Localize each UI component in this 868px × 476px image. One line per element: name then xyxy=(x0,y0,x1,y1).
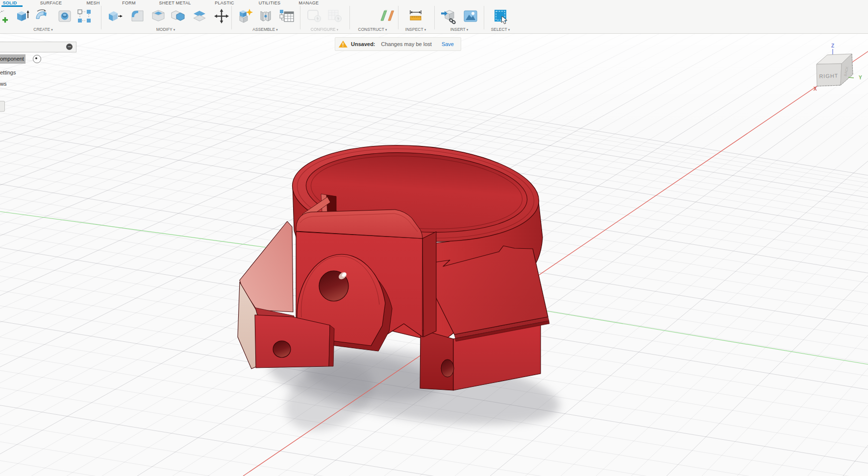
measure-icon[interactable] xyxy=(407,8,424,25)
collapse-browser-button[interactable]: – xyxy=(66,44,73,50)
unsaved-message: Changes may be lost xyxy=(381,41,432,47)
z-axis-label: Z xyxy=(831,43,834,48)
group-divider xyxy=(398,6,398,29)
new-component-icon[interactable] xyxy=(237,8,253,25)
svg-text:!: ! xyxy=(342,42,344,48)
warning-icon: ! xyxy=(338,40,348,48)
group-divider xyxy=(434,6,435,29)
y-axis-tick xyxy=(848,77,854,78)
viewcube-front-label[interactable]: RIGHT xyxy=(819,72,839,79)
hole-icon[interactable] xyxy=(56,8,73,25)
inspect-dropdown[interactable]: INSPECT▾ xyxy=(405,27,426,32)
insert-derive-icon[interactable] xyxy=(440,8,457,25)
construct-dropdown[interactable]: CONSTRUCT▾ xyxy=(358,27,387,32)
joint-icon[interactable] xyxy=(257,8,274,25)
visibility-eye-icon[interactable] xyxy=(33,55,41,63)
extrude-icon[interactable] xyxy=(14,8,30,25)
insert-dropdown[interactable]: INSERT▾ xyxy=(450,27,469,32)
combine-icon[interactable] xyxy=(170,8,186,25)
modify-dropdown[interactable]: MODIFY▾ xyxy=(156,27,175,32)
viewport-canvas[interactable]: RIGHT BACK Z Y X xyxy=(0,0,868,476)
rectangular-pattern-icon[interactable] xyxy=(76,8,93,25)
browser-item-named-views[interactable]: ws xyxy=(0,79,6,89)
move-icon[interactable] xyxy=(213,8,230,25)
insert-image-icon[interactable] xyxy=(462,8,479,25)
browser-item-partial[interactable] xyxy=(0,101,5,112)
unsaved-status-bar: ! Unsaved: Changes may be lost Save xyxy=(335,37,461,51)
y-axis-line-left xyxy=(0,212,266,247)
fusion360-window: RIGHT BACK Z Y X SOLID SURFACE MESH FORM… xyxy=(0,0,868,476)
tab-manage[interactable]: MANAGE xyxy=(299,0,319,6)
configuration-table-icon[interactable] xyxy=(326,8,343,25)
construction-plane-icon[interactable] xyxy=(379,8,396,25)
fillet-icon[interactable] xyxy=(129,8,146,25)
assemble-dropdown[interactable]: ASSEMBLE▾ xyxy=(252,27,277,32)
sketch-icon[interactable] xyxy=(0,8,12,25)
browser-item-component[interactable]: omponent xyxy=(0,54,25,64)
configure-dropdown[interactable]: CONFIGURE▾ xyxy=(311,27,339,32)
y-axis-line-right xyxy=(532,309,868,364)
revolve-icon[interactable] xyxy=(34,8,50,25)
tab-surface[interactable]: SURFACE xyxy=(40,0,62,6)
tab-sheet-metal[interactable]: SHEET METAL xyxy=(159,0,191,6)
configuration-icon[interactable] xyxy=(306,8,322,25)
tab-utilities[interactable]: UTILITIES xyxy=(259,0,281,6)
group-divider xyxy=(484,6,484,29)
y-axis-label: Y xyxy=(859,75,862,80)
group-divider xyxy=(349,6,350,29)
ribbon-toolbar: SOLID SURFACE MESH FORM SHEET METAL PLAS… xyxy=(0,0,868,34)
offset-face-icon[interactable] xyxy=(191,8,208,25)
shell-icon[interactable] xyxy=(150,8,167,25)
unsaved-label: Unsaved: xyxy=(351,41,375,47)
group-divider xyxy=(231,6,232,29)
browser-header: – xyxy=(0,42,76,52)
group-divider xyxy=(101,6,101,29)
bom-table-icon[interactable] xyxy=(278,8,295,25)
x-axis-label: X xyxy=(814,86,817,92)
tab-form[interactable]: FORM xyxy=(122,0,136,6)
active-tab-underline xyxy=(1,5,23,7)
save-button[interactable]: Save xyxy=(442,41,454,47)
group-divider xyxy=(300,6,300,29)
browser-item-document-settings[interactable]: ettings xyxy=(0,68,16,77)
create-dropdown[interactable]: CREATE▾ xyxy=(33,27,52,32)
select-icon[interactable] xyxy=(493,8,509,25)
select-dropdown[interactable]: SELECT▾ xyxy=(491,27,510,32)
press-pull-icon[interactable] xyxy=(106,8,123,25)
tab-mesh[interactable]: MESH xyxy=(86,0,99,6)
